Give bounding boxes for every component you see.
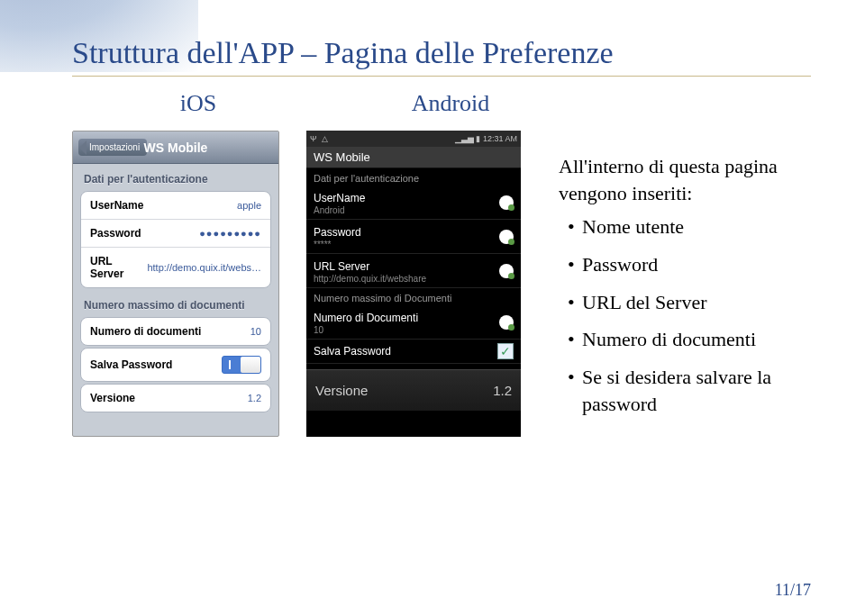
description-intro: All'interno di questa pagina vengono ins… bbox=[559, 153, 811, 206]
ios-row-version: Versione 1.2 bbox=[81, 385, 270, 412]
description-list: Nome utente Password URL del Server Nume… bbox=[559, 213, 811, 417]
list-item: Numero di documenti bbox=[568, 326, 811, 353]
android-password-label: Password bbox=[314, 226, 361, 239]
android-row-docs[interactable]: Numero di Documenti 10 bbox=[306, 305, 521, 340]
page-title: Struttura dell'APP – Pagina delle Prefer… bbox=[72, 36, 811, 70]
android-section-docs: Numero massimo di Documenti bbox=[306, 288, 521, 305]
list-item: Se si desidera salvare la password bbox=[568, 364, 811, 417]
indicator-icon bbox=[499, 195, 514, 210]
checkbox-icon[interactable]: ✓ bbox=[497, 343, 514, 359]
status-battery-icon: ▮ bbox=[476, 134, 480, 143]
ios-switch-savepw[interactable] bbox=[222, 356, 261, 374]
android-row-savepw[interactable]: Salva Password ✓ bbox=[306, 340, 521, 364]
ios-username-label: UserName bbox=[90, 199, 143, 212]
switch-knob bbox=[241, 357, 260, 373]
android-username-label: UserName bbox=[314, 192, 365, 204]
android-version-row: Versione 1.2 bbox=[306, 369, 521, 411]
android-version-value: 1.2 bbox=[493, 383, 512, 398]
ios-row-savepw: Salva Password bbox=[81, 349, 270, 381]
android-screenshot: Ψ △ ▁▃▅ ▮ 12:31 AM WS Mobile Dati per l'… bbox=[306, 131, 521, 437]
ios-back-label: Impostazioni bbox=[89, 142, 140, 152]
android-section-auth: Dati per l'autenticazione bbox=[306, 168, 521, 186]
ios-row-username[interactable]: UserName apple bbox=[81, 192, 270, 220]
android-password-value: ***** bbox=[314, 240, 361, 249]
indicator-icon bbox=[499, 230, 514, 244]
ios-version-group: Versione 1.2 bbox=[80, 384, 271, 412]
list-item: Password bbox=[568, 251, 811, 278]
android-url-value: http://demo.quix.it/webshare bbox=[314, 274, 426, 284]
status-usb-icon: Ψ bbox=[310, 134, 317, 143]
ios-password-label: Password bbox=[90, 227, 141, 240]
android-title: WS Mobile bbox=[306, 147, 521, 168]
ios-navbar: Impostazioni WS Mobile bbox=[73, 131, 278, 164]
description-block: All'interno di questa pagina vengono ins… bbox=[559, 153, 811, 429]
ios-url-value: http://demo.quix.it/webs… bbox=[147, 262, 261, 273]
ios-screenshot: Impostazioni WS Mobile Dati per l'autent… bbox=[72, 131, 279, 437]
ios-docs-group: Numero di documenti 10 bbox=[80, 317, 271, 346]
ios-back-button[interactable]: Impostazioni bbox=[78, 139, 147, 156]
ios-row-password[interactable]: Password ●●●●●●●●● bbox=[81, 220, 270, 248]
indicator-icon bbox=[499, 315, 514, 330]
ios-row-docs[interactable]: Numero di documenti 10 bbox=[81, 318, 270, 345]
android-savepw-label: Salva Password bbox=[314, 345, 391, 358]
android-version-label: Versione bbox=[315, 383, 368, 398]
ios-version-label: Versione bbox=[90, 392, 135, 404]
list-item: URL del Server bbox=[568, 289, 811, 316]
android-docs-value: 10 bbox=[314, 325, 418, 335]
ios-section-auth: Dati per l'autenticazione bbox=[73, 164, 278, 189]
ios-username-value: apple bbox=[237, 200, 261, 211]
ios-savepw-label: Salva Password bbox=[90, 358, 172, 371]
page-number: 11/17 bbox=[775, 581, 811, 600]
list-item: Nome utente bbox=[568, 213, 811, 240]
android-row-url[interactable]: URL Server http://demo.quix.it/webshare bbox=[306, 254, 521, 288]
indicator-icon bbox=[499, 264, 514, 278]
subtitle-android: Android bbox=[324, 90, 577, 117]
ios-version-value: 1.2 bbox=[248, 393, 261, 403]
status-time: 12:31 AM bbox=[483, 134, 517, 143]
status-warn-icon: △ bbox=[322, 134, 328, 143]
platform-subtitles: iOS Android bbox=[72, 90, 793, 117]
ios-password-value: ●●●●●●●●● bbox=[199, 228, 261, 239]
ios-auth-group: UserName apple Password ●●●●●●●●● URL Se… bbox=[80, 191, 271, 288]
ios-savepw-group: Salva Password bbox=[80, 348, 271, 382]
switch-on-indicator bbox=[229, 360, 231, 369]
ios-url-label: URL Server bbox=[90, 255, 147, 280]
status-signal-icon: ▁▃▅ bbox=[455, 134, 474, 143]
subtitle-ios: iOS bbox=[72, 90, 324, 117]
android-docs-label: Numero di Documenti bbox=[314, 312, 418, 324]
ios-docs-value: 10 bbox=[250, 326, 261, 337]
ios-section-docs: Numero massimo di documenti bbox=[73, 290, 278, 315]
android-row-username[interactable]: UserName Android bbox=[306, 186, 521, 220]
android-url-label: URL Server bbox=[314, 260, 369, 273]
ios-docs-label: Numero di documenti bbox=[90, 325, 201, 338]
android-username-value: Android bbox=[314, 205, 365, 215]
title-block: Struttura dell'APP – Pagina delle Prefer… bbox=[72, 36, 811, 77]
android-row-password[interactable]: Password ***** bbox=[306, 220, 521, 254]
android-status-bar: Ψ △ ▁▃▅ ▮ 12:31 AM bbox=[306, 131, 521, 147]
ios-row-url[interactable]: URL Server http://demo.quix.it/webs… bbox=[81, 248, 270, 287]
